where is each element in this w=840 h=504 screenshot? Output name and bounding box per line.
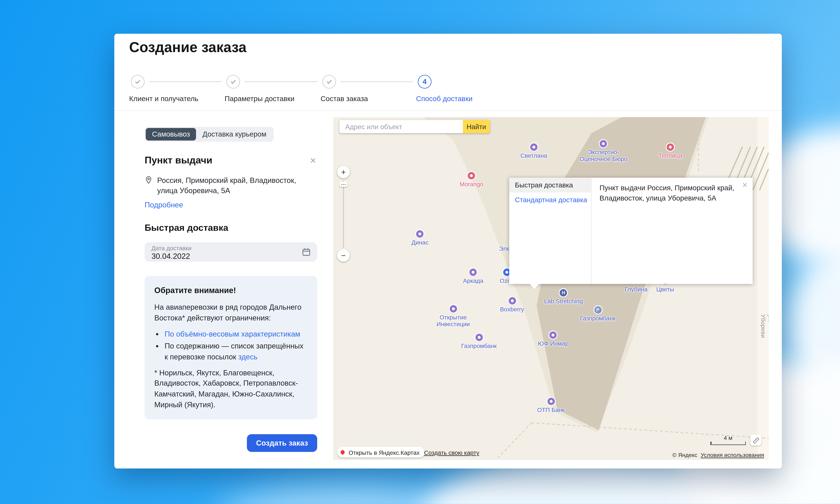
create-order-button[interactable]: Создать заказ (247, 434, 317, 452)
zoom-out-button[interactable]: − (337, 249, 350, 262)
street-label: ул. Уборевича (760, 314, 769, 338)
page-title: Создание заказа (129, 39, 247, 55)
map-search-button[interactable]: Найти (463, 120, 490, 133)
map-copyright: © Яндекс Условия использования (672, 452, 764, 458)
shop-poi-icon (530, 143, 537, 151)
map-poi[interactable]: Boxberry (500, 297, 524, 312)
shop-poi-icon (469, 269, 477, 276)
map-poi[interactable]: Глубина (625, 285, 647, 292)
create-own-map-link[interactable]: Создать свою карту (424, 449, 479, 456)
shop-poi-icon (475, 334, 483, 341)
balloon-tab-standard-delivery[interactable]: Стандартная доставка (509, 193, 591, 207)
date-field-value: 30.04.2022 (151, 252, 310, 260)
map-poi[interactable]: Динас (412, 230, 429, 246)
map-poi[interactable]: Экспертно- Оценочное Бюро (579, 140, 627, 162)
step-label: Клиент и получатель (129, 95, 198, 103)
poi-label: Газпромбанк (461, 342, 497, 349)
map-poi[interactable]: Светлана (520, 143, 547, 159)
shop-poi-icon (547, 398, 555, 405)
parking-poi-icon: P (594, 306, 602, 313)
poi-label: Boxberry (500, 306, 524, 312)
map-scale-label: 4 м (710, 435, 746, 441)
map-poi[interactable]: Открытие Инвестиции (436, 305, 470, 327)
shop-poi-icon (550, 331, 557, 339)
desktop: Создание заказа Клиент и получатель Пара… (0, 0, 840, 504)
terms-link[interactable]: Условия использования (701, 452, 764, 458)
map-scale-line (710, 442, 746, 445)
ruler-icon[interactable] (750, 435, 762, 446)
balloon-tail (530, 284, 539, 289)
step-order-contents[interactable]: Состав заказа (321, 75, 368, 103)
close-icon[interactable]: × (310, 155, 316, 166)
here-link[interactable]: здесь (238, 352, 257, 361)
poi-label: Теплица (659, 152, 682, 159)
step-delivery-method[interactable]: 4 Способ доставки (416, 75, 472, 103)
notice-footnote: * Норильск, Якутск, Благовещенск, Владив… (154, 367, 307, 411)
balloon-tab-fast-delivery[interactable]: Быстрая доставка (509, 178, 591, 193)
notice-bullet: По содержанию — список запрещённых к пер… (165, 341, 307, 363)
step-done-check-icon (322, 75, 336, 89)
poi-label: Эле (499, 245, 510, 252)
poi-label: Газпромбанк (580, 315, 615, 322)
open-in-yandex-maps-label: Открыть в Яндекс.Картах (348, 449, 420, 456)
step-done-check-icon (131, 75, 145, 89)
zoom-in-button[interactable]: + (337, 166, 350, 178)
zoom-slider-handle[interactable] (340, 182, 347, 187)
poi-label: Morango (460, 181, 483, 187)
map-poi[interactable]: Аркада (463, 269, 483, 284)
poi-label: Аркада (463, 277, 483, 284)
shop-poi-icon (600, 140, 607, 147)
map-poi[interactable]: HLab Stretching (544, 289, 583, 305)
location-pin-icon (145, 176, 153, 196)
map-scale: 4 м (710, 435, 746, 445)
map-poi[interactable]: Газпромбанк (461, 334, 497, 349)
delivery-date-field[interactable]: Дата доставки 30.04.2022 (145, 242, 317, 262)
poi-label: ОТП Банк (537, 406, 565, 413)
copyright-label: © Яндекс (672, 452, 697, 458)
step-label: Способ доставки (416, 95, 472, 103)
map-search-input[interactable] (340, 120, 463, 133)
notice-intro: На авиаперевозки в ряд городов Дальнего … (154, 303, 307, 324)
poi-label: Экспертно- Оценочное Бюро (579, 148, 627, 162)
poi-label: Динас (412, 239, 429, 246)
courier-toggle[interactable]: Доставка курьером (196, 128, 273, 141)
poi-label: Открытие Инвестиции (436, 314, 470, 327)
notice-bullet: По объёмно-весовым характеристикам (165, 329, 307, 340)
step-label: Параметры доставки (225, 95, 294, 103)
gym-poi-icon: H (560, 289, 567, 296)
open-in-yandex-maps-button[interactable]: Открыть в Яндекс.Картах (337, 447, 425, 458)
step-done-check-icon (226, 75, 240, 89)
balloon-tabs: Быстрая доставка Стандартная доставка (509, 178, 591, 284)
cloud (217, 483, 457, 504)
step-number: 4 (418, 75, 432, 89)
map-poi[interactable]: ЮФ Инмар (538, 331, 569, 347)
balloon-content: Пункт выдачи Россия, Приморский край, Вл… (591, 178, 753, 284)
calendar-icon (302, 247, 311, 258)
map-poi[interactable]: PГазпромбанк (580, 306, 615, 322)
step-delivery-params[interactable]: Параметры доставки (225, 75, 294, 103)
map[interactable]: ул. Уборевича СветланаЭкспертно- Оценочн… (333, 117, 769, 460)
map-poi[interactable]: ОТП Банк (537, 398, 565, 413)
weight-restrictions-link[interactable]: По объёмно-весовым характеристикам (165, 330, 300, 338)
notice-title: Обратите внимание! (154, 285, 307, 296)
poi-label: Lab Stretching (544, 298, 583, 305)
shop-poi-icon (508, 297, 516, 305)
shop-poi-icon (416, 230, 424, 238)
pickup-toggle[interactable]: Самовывоз (146, 128, 196, 141)
poi-label: Глубина (625, 286, 647, 292)
map-search-bar: Найти (340, 120, 490, 133)
pink-poi-icon (468, 172, 475, 179)
map-poi[interactable]: Morango (460, 172, 483, 187)
map-poi[interactable]: Эле (499, 244, 510, 252)
map-poi[interactable]: Теплица (659, 143, 682, 159)
header-divider (114, 110, 782, 111)
step-client-recipient[interactable]: Клиент и получатель (129, 75, 198, 103)
delivery-panel: Самовывоз Доставка курьером Пункт выдачи… (145, 127, 317, 452)
notice-box: Обратите внимание! На авиаперевозки в ря… (145, 276, 317, 419)
shop-poi-icon (449, 305, 457, 312)
balloon-close-icon[interactable]: × (742, 181, 748, 190)
notice-bullet-text: По содержанию — список запрещённых к пер… (165, 342, 304, 361)
details-link[interactable]: Подробнее (145, 200, 183, 209)
fast-delivery-title: Быстрая доставка (145, 223, 317, 233)
zoom-slider[interactable] (343, 181, 344, 248)
